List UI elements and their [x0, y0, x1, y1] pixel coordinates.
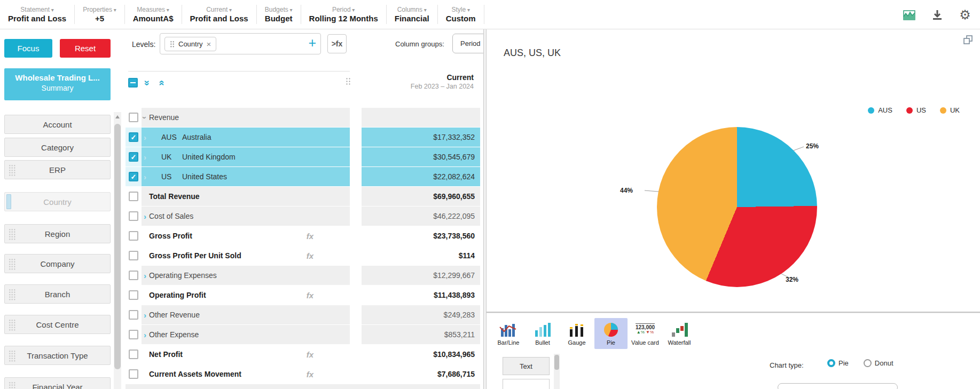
drag-handle-icon[interactable] — [170, 41, 175, 48]
pie-chart[interactable] — [657, 127, 817, 287]
chart-type-bullet[interactable]: Bullet — [526, 318, 559, 349]
collapse-all-icon[interactable]: » — [155, 80, 165, 86]
drag-handle-icon[interactable] — [9, 319, 15, 331]
chevron-right-icon[interactable] — [142, 271, 148, 280]
text-settings-button[interactable]: Text — [503, 357, 550, 375]
radio-icon[interactable] — [864, 359, 872, 367]
table-row[interactable]: Gross Profit Per Unit Soldfx$114 — [126, 246, 483, 265]
row-checkbox[interactable] — [129, 152, 138, 162]
chart-type-waterfall[interactable]: Waterfall — [663, 318, 696, 349]
sidebar-scrollbar[interactable] — [114, 112, 121, 389]
radio-option-donut[interactable]: Donut — [864, 359, 893, 367]
row-checkbox[interactable] — [129, 113, 138, 122]
drag-handle-icon[interactable] — [9, 289, 15, 300]
row-checkbox[interactable] — [129, 271, 138, 280]
remove-level-icon[interactable]: × — [207, 39, 211, 49]
chevron-right-icon[interactable] — [142, 311, 148, 320]
sidebar-item-transaction-type[interactable]: Transaction Type — [4, 346, 111, 365]
table-row[interactable]: Cost of Sales$46,222,095 — [126, 207, 483, 226]
row-checkbox[interactable] — [129, 192, 138, 201]
legend-item-us[interactable]: US — [906, 106, 926, 114]
chevron-right-icon[interactable] — [142, 330, 148, 339]
toolbar-menu-columns[interactable]: ColumnsFinancial — [387, 5, 438, 24]
sidebar-item-financial-year[interactable]: Financial Year — [4, 377, 111, 389]
chevron-down-icon[interactable] — [140, 114, 150, 121]
chevron-right-icon[interactable] — [142, 212, 148, 221]
levels-box[interactable]: Country × + — [160, 33, 321, 54]
row-checkbox[interactable] — [129, 231, 138, 241]
radio-option-pie[interactable]: Pie — [827, 359, 849, 367]
row-checkbox[interactable] — [129, 211, 138, 221]
column-group-chip-period[interactable]: Period — [452, 34, 483, 53]
table-row[interactable]: Net Profitfx$10,834,965 — [126, 345, 483, 364]
current-selection-block[interactable]: Wholesale Trading L... Summary — [4, 68, 111, 100]
toolbar-menu-measures[interactable]: MeasuresAmountA$ — [125, 5, 182, 24]
current-column-header[interactable]: Current Feb 2023 – Jan 2024 — [360, 73, 479, 90]
chart-type-value-card[interactable]: 123,000▲% ▼%Value card — [629, 318, 662, 349]
toolbar-menu-current[interactable]: CurrentProfit and Loss — [182, 5, 257, 24]
expand-all-icon[interactable]: » — [143, 80, 153, 86]
expand-icon[interactable] — [963, 35, 974, 45]
scrollbar-thumb[interactable] — [114, 124, 121, 369]
sidebar-item-erp[interactable]: ERP — [4, 160, 111, 179]
drag-handle-icon[interactable] — [9, 350, 15, 362]
row-checkbox[interactable] — [129, 330, 138, 339]
scrollbar-thumb[interactable] — [554, 355, 559, 370]
table-row[interactable]: Current Assets Movementfx$7,686,715 — [126, 364, 483, 384]
sidebar-item-category[interactable]: Category — [4, 138, 111, 157]
table-row[interactable]: Revenue — [126, 108, 483, 127]
drag-handle-icon[interactable] — [9, 382, 15, 389]
level-chip-country[interactable]: Country × — [164, 37, 216, 51]
row-checkbox[interactable] — [129, 350, 138, 359]
toolbar-menu-properties[interactable]: Properties+5 — [75, 5, 125, 24]
settings-scrollbar[interactable] — [554, 354, 560, 389]
area-chart-icon[interactable] — [903, 9, 916, 21]
toolbar-menu-budgets[interactable]: BudgetsBudget — [257, 5, 301, 24]
add-level-button[interactable]: + — [308, 35, 316, 51]
row-checkbox[interactable] — [129, 132, 138, 142]
legend-item-aus[interactable]: AUS — [868, 106, 892, 114]
sidebar-item-cost-centre[interactable]: Cost Centre — [4, 315, 111, 334]
radio-selected-icon[interactable] — [827, 359, 835, 367]
sidebar-item-region[interactable]: Region — [4, 224, 111, 243]
toolbar-menu-style[interactable]: StyleCustom — [438, 5, 484, 24]
row-checkbox[interactable] — [129, 369, 138, 379]
sidebar-item-company[interactable]: Company — [4, 254, 111, 273]
sidebar-item-country[interactable]: Country — [4, 192, 111, 211]
download-icon[interactable] — [931, 9, 944, 21]
sidebar-item-account[interactable]: Account — [4, 115, 111, 134]
table-row[interactable]: AUSAustralia$17,332,352 — [126, 128, 483, 147]
focus-button[interactable]: Focus — [4, 39, 52, 58]
table-row[interactable]: UKUnited Kingdom$30,545,679 — [126, 147, 483, 166]
row-checkbox[interactable] — [129, 310, 138, 320]
table-row[interactable]: Other Revenue$249,283 — [126, 305, 483, 324]
reset-button[interactable]: Reset — [60, 39, 111, 58]
scroll-up-icon[interactable] — [115, 115, 120, 118]
chart-type-pie[interactable]: Pie — [594, 318, 628, 349]
settings-button-partial[interactable] — [503, 379, 550, 389]
chart-type-bar-line[interactable]: Bar/Line — [492, 318, 525, 349]
drag-handle-icon[interactable] — [9, 228, 15, 240]
table-row[interactable]: Total Revenue$69,960,655 — [126, 187, 483, 206]
table-row[interactable]: Operating Profitfx$11,438,893 — [126, 285, 483, 305]
row-checkbox[interactable] — [129, 172, 138, 181]
table-row[interactable]: Gross Profitfx$23,738,560 — [126, 226, 483, 245]
table-row[interactable]: Other Expense$853,211 — [126, 325, 483, 344]
drag-handle-icon[interactable] — [9, 164, 15, 176]
table-row[interactable]: USUnited States$22,082,624 — [126, 167, 483, 186]
legend-item-uk[interactable]: UK — [940, 106, 960, 114]
toolbar-menu-period[interactable]: PeriodRolling 12 Months — [301, 5, 387, 24]
toolbar-menu-statement[interactable]: StatementProfit and Loss — [0, 5, 75, 24]
drag-handle-icon[interactable] — [9, 258, 15, 270]
chart-type-gauge[interactable]: Gauge — [560, 318, 593, 349]
gear-icon[interactable]: ⚙ — [959, 9, 971, 21]
row-checkbox[interactable] — [129, 290, 138, 300]
dropdown-partial[interactable] — [778, 383, 898, 389]
sidebar-item-branch[interactable]: Branch — [4, 284, 111, 304]
chart-settings-splitter[interactable] — [487, 312, 980, 313]
column-drag-handle-icon[interactable] — [346, 77, 351, 85]
select-all-checkbox[interactable] — [128, 78, 138, 88]
formula-button[interactable]: >fx — [327, 34, 347, 53]
row-checkbox[interactable] — [129, 251, 138, 260]
table-row[interactable]: Operating Expenses$12,299,667 — [126, 266, 483, 285]
